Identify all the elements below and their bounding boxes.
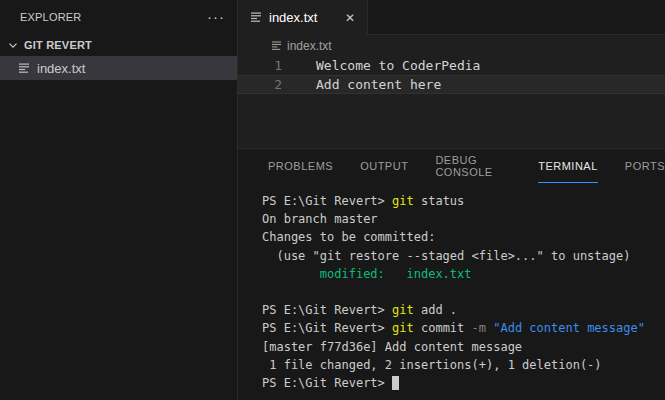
explorer-header: EXPLORER ··· — [0, 0, 237, 33]
tab-label: index.txt — [269, 10, 336, 25]
chevron-down-icon — [6, 38, 20, 52]
terminal-line: modified: index.txt — [262, 265, 665, 283]
text-file-icon — [251, 12, 262, 23]
bottom-panel: PROBLEMS OUTPUT DEBUG CONSOLE TERMINAL P… — [238, 148, 665, 400]
terminal-text-span: git — [392, 194, 414, 208]
panel-tabbar: PROBLEMS OUTPUT DEBUG CONSOLE TERMINAL P… — [238, 149, 665, 183]
folder-header-git-revert[interactable]: GIT REVERT — [0, 33, 237, 56]
terminal-text-span: -m — [472, 321, 486, 335]
terminal-line: PS E:\Git Revert> — [262, 374, 665, 392]
panel-tab-output[interactable]: OUTPUT — [360, 149, 408, 183]
line-number: 1 — [238, 58, 282, 73]
terminal-text-span: PS E:\Git Revert> — [262, 376, 392, 390]
terminal-output[interactable]: PS E:\Git Revert> git statusOn branch ma… — [238, 183, 665, 400]
terminal-text-span: git — [392, 303, 414, 317]
terminal-text-span: git — [392, 321, 414, 335]
terminal-text-span: 1 file changed, 2 insertions(+), 1 delet… — [262, 358, 602, 372]
terminal-cursor — [392, 376, 399, 390]
terminal-text-span: commit — [414, 321, 472, 335]
terminal-text-span: On branch master — [262, 212, 378, 226]
explorer-sidebar: EXPLORER ··· GIT REVERT index.txt — [0, 0, 238, 400]
panel-tab-terminal[interactable]: TERMINAL — [538, 149, 598, 183]
terminal-text-span: Changes to be committed: — [262, 230, 435, 244]
terminal-line: [master f77d36e] Add content message — [262, 338, 665, 356]
panel-tab-debug-console[interactable]: DEBUG CONSOLE — [435, 149, 511, 183]
terminal-text-span: modified: index.txt — [262, 267, 472, 281]
editor-tabbar: index.txt ✕ — [238, 0, 665, 35]
terminal-text-span: PS E:\Git Revert> — [262, 194, 392, 208]
file-name: index.txt — [37, 61, 85, 76]
terminal-text-span: status — [414, 194, 465, 208]
terminal-text-span: [master f77d36e] Add content message — [262, 340, 522, 354]
editor-area: index.txt ✕ index.txt 1 Welcome to Coder… — [238, 0, 665, 148]
panel-tab-ports[interactable]: PORTS — [625, 149, 665, 183]
code-area[interactable]: 1 Welcome to CoderPedia 2 Add content he… — [238, 56, 665, 148]
terminal-text-span: (use "git restore --staged <file>..." to… — [262, 249, 630, 263]
text-file-icon — [272, 41, 282, 51]
folder-name: GIT REVERT — [24, 39, 92, 51]
terminal-line: (use "git restore --staged <file>..." to… — [262, 247, 665, 265]
breadcrumb[interactable]: index.txt — [238, 35, 665, 56]
terminal-line: On branch master — [262, 210, 665, 228]
terminal-line: Changes to be committed: — [262, 228, 665, 246]
file-item-index-txt[interactable]: index.txt — [0, 56, 237, 80]
editor-tab-index-txt[interactable]: index.txt ✕ — [238, 0, 368, 35]
code-line: 1 Welcome to CoderPedia — [238, 56, 665, 75]
more-actions-icon[interactable]: ··· — [207, 12, 225, 22]
code-line-current: 2 Add content here — [238, 75, 665, 94]
terminal-text-span: add . — [414, 303, 457, 317]
panel-tab-problems[interactable]: PROBLEMS — [268, 149, 333, 183]
terminal-text-span: "Add content message" — [493, 321, 645, 335]
breadcrumb-file-name: index.txt — [287, 39, 332, 53]
text-file-icon — [19, 63, 30, 74]
terminal-text-span: PS E:\Git Revert> — [262, 321, 392, 335]
line-text: Welcome to CoderPedia — [316, 58, 480, 73]
terminal-line: PS E:\Git Revert> git add . — [262, 301, 665, 319]
main-column: index.txt ✕ index.txt 1 Welcome to Coder… — [238, 0, 665, 400]
line-text: Add content here — [316, 77, 441, 92]
terminal-line: 1 file changed, 2 insertions(+), 1 delet… — [262, 356, 665, 374]
line-number: 2 — [238, 77, 282, 92]
close-icon[interactable]: ✕ — [343, 11, 357, 25]
terminal-line: PS E:\Git Revert> git status — [262, 192, 665, 210]
terminal-line: PS E:\Git Revert> git commit -m "Add con… — [262, 319, 665, 337]
terminal-text-span: PS E:\Git Revert> — [262, 303, 392, 317]
terminal-line — [262, 283, 665, 301]
explorer-title: EXPLORER — [20, 11, 82, 23]
vscode-window: EXPLORER ··· GIT REVERT index.txt — [0, 0, 665, 400]
